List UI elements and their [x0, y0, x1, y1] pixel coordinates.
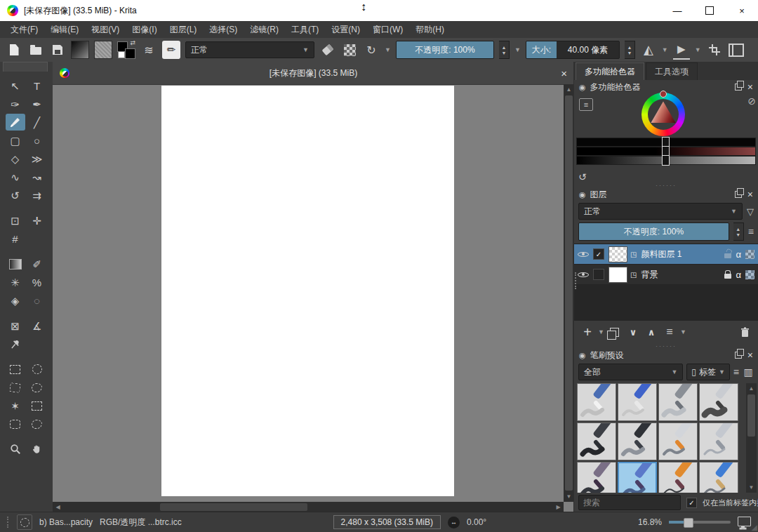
calligraphy-tool[interactable]: ✒: [27, 95, 47, 112]
gradient-tool[interactable]: [6, 255, 25, 272]
display-mode-icon[interactable]: ≡: [733, 366, 739, 378]
spin-down-icon[interactable]: ▼: [736, 232, 740, 237]
chevron-down-icon[interactable]: ▼: [598, 328, 604, 335]
window-resize-grip[interactable]: ◢: [752, 523, 757, 532]
line-tool[interactable]: ╱: [27, 114, 47, 131]
scroll-right-icon[interactable]: ▶: [553, 502, 564, 512]
rectangle-tool[interactable]: ▢: [6, 132, 25, 149]
brush-preset[interactable]: [658, 383, 698, 421]
docker-separator[interactable]: ······: [574, 182, 758, 187]
layer-blending-mode-dropdown[interactable]: 正常 ▼: [578, 203, 743, 220]
fill-tool[interactable]: ◈: [6, 292, 25, 309]
storage-resources-icon[interactable]: ▥: [743, 364, 754, 380]
refresh-color-history-icon[interactable]: ↺: [578, 171, 587, 182]
docker-lock-icon[interactable]: ◉: [579, 351, 586, 360]
float-docker-icon[interactable]: [735, 84, 742, 91]
layer-row-background[interactable]: ◳ 背景 α: [574, 265, 758, 285]
magnetic-select-tool[interactable]: [27, 415, 47, 432]
preserve-alpha-button[interactable]: [341, 41, 358, 58]
search-in-tag-checkbox[interactable]: ✓: [686, 498, 697, 508]
brush-grid-scrollbar[interactable]: ▲ ▼: [746, 383, 757, 493]
brush-tag-filter-dropdown[interactable]: 全部 ▼: [578, 364, 683, 380]
move-layer-up-button[interactable]: ∧: [644, 324, 659, 340]
opacity-slider[interactable]: 不透明度: 100%: [396, 41, 494, 59]
chevron-down-icon[interactable]: ▼: [680, 328, 686, 335]
layer-checkbox[interactable]: ✓: [593, 248, 604, 260]
canvas-page[interactable]: [161, 86, 454, 496]
layer-name[interactable]: 颜料图层 1: [641, 248, 720, 260]
default-colors-swatch[interactable]: [118, 51, 125, 58]
edit-shapes-tool[interactable]: ✑: [6, 95, 25, 112]
layer-alpha-icon[interactable]: α: [736, 249, 741, 260]
layer-alpha-icon[interactable]: α: [736, 270, 741, 280]
toolbox-handle[interactable]: [3, 62, 48, 72]
freehand-brush-tool[interactable]: [6, 114, 25, 131]
smart-patch-tool[interactable]: %: [27, 274, 47, 291]
pattern-chooser[interactable]: [94, 41, 112, 59]
multibrush-tool[interactable]: ⇉: [27, 187, 47, 204]
close-docker-icon[interactable]: ×: [746, 81, 753, 93]
reference-images-tool[interactable]: [6, 335, 25, 352]
scroll-down-icon[interactable]: ▼: [564, 491, 574, 502]
layer-name[interactable]: 背景: [641, 269, 720, 281]
inherit-alpha-icon[interactable]: [745, 250, 754, 259]
slider-handle[interactable]: [662, 155, 670, 166]
maximize-button[interactable]: [693, 0, 726, 21]
scroll-down-icon[interactable]: ▼: [746, 482, 757, 493]
tab-tool-options[interactable]: 工具选项: [646, 62, 698, 80]
subwindow-titlebar[interactable]: [未保存图像] (33.5 MiB) ×: [53, 62, 574, 85]
tab-advanced-color-selector[interactable]: 多功能拾色器: [576, 62, 644, 80]
workspace-chooser-button[interactable]: [728, 41, 745, 58]
brush-preset-selected[interactable]: [618, 462, 657, 493]
polyline-tool[interactable]: ≫: [27, 150, 47, 167]
layer-visibility-icon[interactable]: [578, 270, 589, 280]
docker-drag-handle[interactable]: [575, 272, 576, 289]
docker-lock-icon[interactable]: ◉: [579, 83, 586, 92]
minimize-button[interactable]: —: [661, 0, 693, 21]
colorize-mask-tool[interactable]: ✳: [6, 274, 25, 291]
menu-item-1[interactable]: 文件(F): [4, 22, 44, 38]
layer-filter-icon[interactable]: ▽: [747, 206, 754, 217]
brush-scroll-thumb[interactable]: [747, 394, 755, 437]
current-brush-name[interactable]: b) Bas...pacity: [39, 517, 93, 527]
horizontal-scroll-thumb[interactable]: [160, 503, 307, 511]
layer-opacity-spinner[interactable]: ▲▼: [733, 222, 744, 241]
menu-item-10[interactable]: 窗口(W): [366, 22, 409, 38]
brush-preset[interactable]: [618, 423, 657, 460]
chevron-down-icon[interactable]: ▼: [385, 46, 391, 53]
layer-thumbnail[interactable]: [609, 246, 627, 262]
spin-up-icon[interactable]: ▲: [736, 227, 740, 232]
polygon-select-tool[interactable]: [6, 379, 25, 396]
no-color-icon[interactable]: ⊘: [747, 95, 756, 107]
magic-wand-select-tool[interactable]: ✶: [6, 397, 25, 414]
spin-up-icon[interactable]: ▲: [627, 45, 632, 50]
eraser-mode-button[interactable]: [319, 41, 336, 58]
spin-down-icon[interactable]: ▼: [627, 51, 632, 55]
bezier-curve-tool[interactable]: ∿: [6, 168, 25, 185]
brush-preset[interactable]: [658, 423, 698, 460]
text-tool[interactable]: T: [27, 77, 47, 94]
chevron-down-icon[interactable]: ▼: [695, 46, 701, 53]
dynamic-brush-tool[interactable]: ↺: [6, 187, 25, 204]
brush-preset[interactable]: [577, 462, 616, 493]
scroll-up-icon[interactable]: ▲: [746, 383, 757, 394]
similar-select-tool[interactable]: [27, 397, 47, 414]
menu-item-11[interactable]: 帮助(H): [409, 22, 451, 38]
select-shapes-tool[interactable]: ↖: [6, 77, 25, 94]
zoom-tool[interactable]: [6, 441, 25, 458]
menu-item-6[interactable]: 选择(S): [203, 22, 244, 38]
add-layer-button[interactable]: +: [580, 324, 595, 340]
docker-lock-icon[interactable]: ◉: [579, 190, 586, 199]
opacity-spinner[interactable]: ▲▼: [499, 41, 510, 59]
menu-item-3[interactable]: 视图(V): [85, 22, 126, 38]
mirror-vertical-button[interactable]: ▶: [673, 41, 690, 60]
chevron-down-icon[interactable]: ▼: [514, 46, 521, 53]
freehand-select-tool[interactable]: [27, 379, 47, 396]
edit-brush-settings-button[interactable]: ✏: [162, 41, 180, 59]
brush-preset[interactable]: [699, 383, 738, 421]
delete-layer-button[interactable]: [737, 324, 752, 340]
crop-tool[interactable]: #: [6, 230, 25, 247]
menu-item-2[interactable]: 编辑(E): [44, 22, 85, 38]
open-document-button[interactable]: [27, 41, 44, 58]
color-sampler-tool[interactable]: ✐: [27, 255, 47, 272]
